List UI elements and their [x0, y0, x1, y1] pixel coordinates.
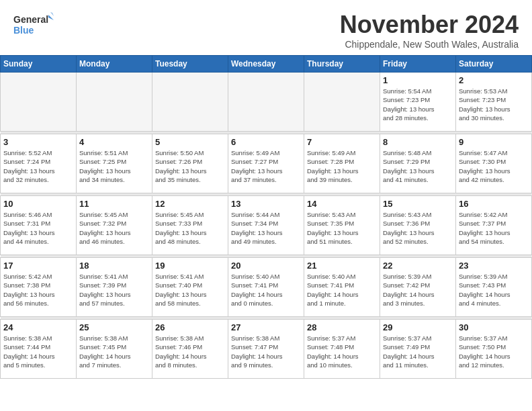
table-row: 16Sunrise: 5:42 AM Sunset: 7:37 PM Dayli… [456, 196, 532, 255]
table-row: 30Sunrise: 5:37 AM Sunset: 7:50 PM Dayli… [456, 320, 532, 379]
table-row: 11Sunrise: 5:45 AM Sunset: 7:32 PM Dayli… [77, 196, 152, 255]
table-row: 29Sunrise: 5:37 AM Sunset: 7:49 PM Dayli… [380, 320, 456, 379]
day-info: Sunrise: 5:49 AM Sunset: 7:28 PM Dayligh… [307, 148, 377, 184]
day-number: 28 [307, 322, 377, 332]
day-number: 19 [155, 261, 225, 271]
table-row [228, 73, 304, 132]
day-number: 7 [307, 137, 377, 147]
day-number: 14 [307, 199, 377, 209]
day-info: Sunrise: 5:37 AM Sunset: 7:49 PM Dayligh… [383, 334, 453, 369]
day-number: 24 [3, 322, 73, 332]
table-row: 12Sunrise: 5:45 AM Sunset: 7:33 PM Dayli… [152, 196, 228, 255]
day-number: 1 [383, 75, 453, 85]
table-row: 4Sunrise: 5:51 AM Sunset: 7:25 PM Daylig… [77, 134, 152, 193]
day-info: Sunrise: 5:50 AM Sunset: 7:26 PM Dayligh… [155, 148, 225, 184]
page-header: General Blue November 2024 Chippendale, … [0, 0, 532, 55]
calendar-header-saturday: Saturday [456, 56, 532, 73]
day-number: 6 [231, 137, 301, 147]
day-info: Sunrise: 5:38 AM Sunset: 7:44 PM Dayligh… [3, 334, 73, 369]
day-number: 4 [79, 137, 149, 147]
day-number: 30 [459, 322, 529, 332]
day-info: Sunrise: 5:49 AM Sunset: 7:27 PM Dayligh… [231, 148, 301, 184]
table-row: 27Sunrise: 5:38 AM Sunset: 7:47 PM Dayli… [228, 320, 304, 379]
table-row [304, 73, 380, 132]
day-number: 20 [231, 261, 301, 271]
day-info: Sunrise: 5:43 AM Sunset: 7:36 PM Dayligh… [383, 210, 453, 246]
day-info: Sunrise: 5:40 AM Sunset: 7:41 PM Dayligh… [231, 272, 301, 308]
table-row: 13Sunrise: 5:44 AM Sunset: 7:34 PM Dayli… [228, 196, 304, 255]
table-row: 22Sunrise: 5:39 AM Sunset: 7:42 PM Dayli… [380, 258, 456, 317]
table-row [152, 73, 228, 132]
table-row: 26Sunrise: 5:38 AM Sunset: 7:46 PM Dayli… [152, 320, 228, 379]
day-number: 3 [3, 137, 73, 147]
day-info: Sunrise: 5:53 AM Sunset: 7:23 PM Dayligh… [459, 87, 529, 122]
svg-text:Blue: Blue [13, 25, 34, 36]
table-row [77, 73, 152, 132]
table-row: 17Sunrise: 5:42 AM Sunset: 7:38 PM Dayli… [1, 258, 77, 317]
day-info: Sunrise: 5:44 AM Sunset: 7:34 PM Dayligh… [231, 210, 301, 246]
calendar-header-thursday: Thursday [304, 56, 380, 73]
logo-svg: General Blue [13, 11, 54, 38]
table-row: 9Sunrise: 5:47 AM Sunset: 7:30 PM Daylig… [456, 134, 532, 193]
day-number: 25 [79, 322, 149, 332]
day-number: 10 [3, 199, 73, 209]
day-info: Sunrise: 5:41 AM Sunset: 7:40 PM Dayligh… [155, 272, 225, 308]
day-number: 26 [155, 322, 225, 332]
table-row: 6Sunrise: 5:49 AM Sunset: 7:27 PM Daylig… [228, 134, 304, 193]
table-row: 19Sunrise: 5:41 AM Sunset: 7:40 PM Dayli… [152, 258, 228, 317]
table-row: 20Sunrise: 5:40 AM Sunset: 7:41 PM Dayli… [228, 258, 304, 317]
day-info: Sunrise: 5:42 AM Sunset: 7:38 PM Dayligh… [3, 272, 73, 308]
day-number: 27 [231, 322, 301, 332]
table-row: 5Sunrise: 5:50 AM Sunset: 7:26 PM Daylig… [152, 134, 228, 193]
day-number: 5 [155, 137, 225, 147]
table-row: 28Sunrise: 5:37 AM Sunset: 7:48 PM Dayli… [304, 320, 380, 379]
day-number: 16 [459, 199, 529, 209]
day-number: 18 [79, 261, 149, 271]
day-number: 15 [383, 199, 453, 209]
table-row: 18Sunrise: 5:41 AM Sunset: 7:39 PM Dayli… [77, 258, 152, 317]
table-row: 14Sunrise: 5:43 AM Sunset: 7:35 PM Dayli… [304, 196, 380, 255]
day-info: Sunrise: 5:48 AM Sunset: 7:29 PM Dayligh… [383, 148, 453, 184]
table-row: 10Sunrise: 5:46 AM Sunset: 7:31 PM Dayli… [1, 196, 77, 255]
location: Chippendale, New South Wales, Australia [340, 39, 519, 50]
calendar-header-tuesday: Tuesday [152, 56, 228, 73]
day-info: Sunrise: 5:42 AM Sunset: 7:37 PM Dayligh… [459, 210, 529, 246]
calendar-header-friday: Friday [380, 56, 456, 73]
day-info: Sunrise: 5:38 AM Sunset: 7:45 PM Dayligh… [79, 334, 149, 369]
calendar-header-wednesday: Wednesday [228, 56, 304, 73]
day-info: Sunrise: 5:37 AM Sunset: 7:50 PM Dayligh… [459, 334, 529, 369]
day-info: Sunrise: 5:54 AM Sunset: 7:23 PM Dayligh… [383, 87, 453, 122]
day-info: Sunrise: 5:46 AM Sunset: 7:31 PM Dayligh… [3, 210, 73, 246]
table-row: 2Sunrise: 5:53 AM Sunset: 7:23 PM Daylig… [456, 73, 532, 132]
table-row [1, 73, 77, 132]
table-row: 15Sunrise: 5:43 AM Sunset: 7:36 PM Dayli… [380, 196, 456, 255]
svg-marker-2 [48, 15, 54, 20]
svg-marker-3 [50, 12, 54, 16]
table-row: 25Sunrise: 5:38 AM Sunset: 7:45 PM Dayli… [77, 320, 152, 379]
table-row: 3Sunrise: 5:52 AM Sunset: 7:24 PM Daylig… [1, 134, 77, 193]
day-info: Sunrise: 5:39 AM Sunset: 7:42 PM Dayligh… [383, 272, 453, 308]
day-info: Sunrise: 5:45 AM Sunset: 7:33 PM Dayligh… [155, 210, 225, 246]
day-number: 9 [459, 137, 529, 147]
day-number: 29 [383, 322, 453, 332]
table-row: 21Sunrise: 5:40 AM Sunset: 7:41 PM Dayli… [304, 258, 380, 317]
day-info: Sunrise: 5:47 AM Sunset: 7:30 PM Dayligh… [459, 148, 529, 184]
day-info: Sunrise: 5:52 AM Sunset: 7:24 PM Dayligh… [3, 148, 73, 184]
day-number: 17 [3, 261, 73, 271]
table-row: 23Sunrise: 5:39 AM Sunset: 7:43 PM Dayli… [456, 258, 532, 317]
table-row: 1Sunrise: 5:54 AM Sunset: 7:23 PM Daylig… [380, 73, 456, 132]
day-info: Sunrise: 5:38 AM Sunset: 7:47 PM Dayligh… [231, 334, 301, 369]
day-info: Sunrise: 5:51 AM Sunset: 7:25 PM Dayligh… [79, 148, 149, 184]
day-number: 23 [459, 261, 529, 271]
day-number: 12 [155, 199, 225, 209]
day-info: Sunrise: 5:45 AM Sunset: 7:32 PM Dayligh… [79, 210, 149, 246]
calendar-table: SundayMondayTuesdayWednesdayThursdayFrid… [0, 55, 532, 379]
day-info: Sunrise: 5:43 AM Sunset: 7:35 PM Dayligh… [307, 210, 377, 246]
svg-text:General: General [13, 14, 48, 25]
day-info: Sunrise: 5:40 AM Sunset: 7:41 PM Dayligh… [307, 272, 377, 308]
day-info: Sunrise: 5:37 AM Sunset: 7:48 PM Dayligh… [307, 334, 377, 369]
day-number: 2 [459, 75, 529, 85]
day-number: 8 [383, 137, 453, 147]
day-info: Sunrise: 5:38 AM Sunset: 7:46 PM Dayligh… [155, 334, 225, 369]
logo: General Blue [13, 11, 54, 38]
